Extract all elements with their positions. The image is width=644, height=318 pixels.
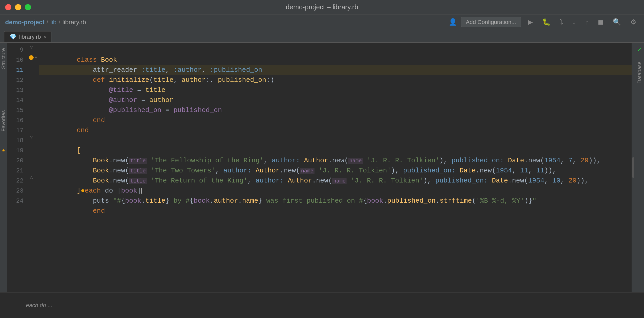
fold-line18[interactable]: ▽ [30,134,33,141]
close-button[interactable] [5,4,11,10]
breadcrumb-file[interactable]: library.rb [62,19,86,26]
debug-button[interactable]: 🐛 [540,17,553,27]
code-line-9[interactable]: class Book [39,45,635,55]
breadcrumb: demo-project / lib / library.rb [5,19,86,26]
line-num-12: 12 [7,75,28,85]
scrollbar-thumb [632,157,634,178]
line-num-20: 20 [7,156,28,166]
vertical-scrollbar[interactable] [632,43,635,292]
database-panel-label[interactable]: Database [637,61,642,84]
tab-filename: library.rb [19,34,41,40]
run-button[interactable]: ▶ [525,17,535,27]
line-num-22: 22 [7,176,28,186]
line-num-18: 18 [7,136,28,146]
bottom-panel: each do ... [0,292,644,318]
breakpoint-dot [29,55,34,60]
step-into-button[interactable]: ↓ [570,17,578,27]
structure-panel-label[interactable]: Structure [1,48,6,69]
line-num-17: 17 [7,125,28,136]
file-icon: 💎 [10,34,17,40]
breadcrumb-project[interactable]: demo-project [5,19,44,26]
settings-button[interactable]: ⚙ [628,17,639,27]
line-numbers: 9 10 11 12 13 14 15 16 17 18 19 20 21 22… [7,43,28,292]
breakpoint-line11[interactable]: ▽ [29,54,37,61]
line-num-9: 9 [7,45,28,55]
code-line-16[interactable]: end [39,115,635,125]
titlebar: demo-project – library.rb [0,0,644,14]
line-num-24: 24 [7,196,28,206]
tab-close-button[interactable]: × [43,34,46,40]
line-num-21: 21 [7,166,28,176]
fold-line11[interactable]: ▽ [35,54,37,61]
code-lines: class Book attr_reader :title, :author, … [39,43,635,292]
tabbar: 💎 library.rb × [0,30,644,43]
fold-line9[interactable]: ▽ [30,44,33,51]
code-line-18[interactable]: [ [39,136,635,146]
step-out-button[interactable]: ↑ [582,17,591,27]
search-button[interactable]: 🔍 [610,17,624,27]
database-panel: ✓ Database [635,43,644,292]
favorites-star-icon: ★ [2,147,5,154]
line-num-16: 16 [7,115,28,125]
bottom-hint: each do ... [5,302,52,309]
breadcrumb-sep1: / [47,19,48,26]
line-num-14: 14 [7,95,28,105]
minimize-button[interactable] [15,4,21,10]
line-num-23: 23 [7,186,28,196]
checkmark-icon: ✓ [638,45,642,54]
user-icon[interactable]: 👤 [449,18,457,26]
traffic-lights [5,4,31,10]
favorites-panel-label[interactable]: Favorites [1,110,6,131]
breadcrumb-lib[interactable]: lib [50,19,57,26]
code-line-10[interactable]: attr_reader :title, :author, :published_… [39,55,635,65]
code-line-19[interactable]: Book.new(title 'The Fellowship of the Ri… [39,146,635,156]
breadcrumb-sep2: / [59,19,60,26]
window-title: demo-project – library.rb [286,3,358,11]
line-num-15: 15 [7,105,28,115]
step-over-button[interactable]: ⤵ [557,17,566,27]
stop-button[interactable]: ◼ [595,17,606,27]
line-num-13: 13 [7,85,28,95]
line-num-10: 10 [7,55,28,65]
maximize-button[interactable] [25,4,31,10]
line-num-19: 19 [7,146,28,156]
gutter: ▽ ▽ ▽ △ [28,43,39,292]
fold-line22[interactable]: △ [30,174,33,181]
line-num-11: 11 [7,65,28,75]
add-configuration-button[interactable]: Add Configuration... [461,17,521,27]
code-editor: 9 10 11 12 13 14 15 16 17 18 19 20 21 22… [7,43,635,292]
toolbar: demo-project / lib / library.rb 👤 Add Co… [0,14,644,30]
code-line-17[interactable] [39,125,635,136]
toolbar-right: 👤 Add Configuration... ▶ 🐛 ⤵ ↓ ↑ ◼ 🔍 ⚙ [449,17,639,27]
tab-library-rb[interactable]: 💎 library.rb × [4,31,51,42]
